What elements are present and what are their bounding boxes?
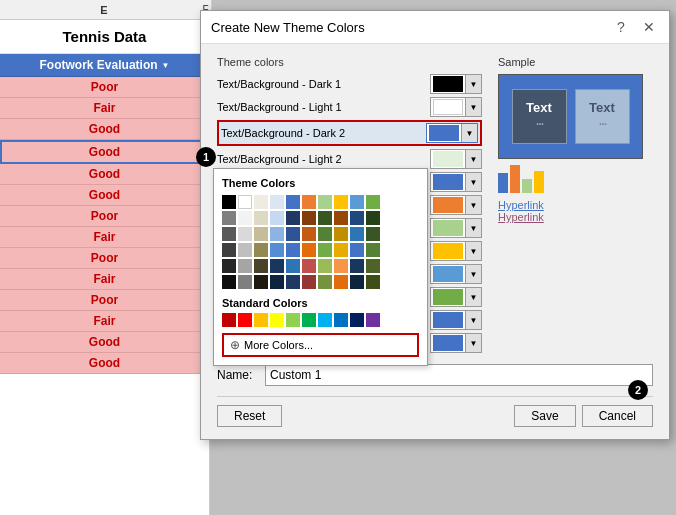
color-cell[interactable] <box>334 227 348 241</box>
color-cell[interactable] <box>350 275 364 289</box>
color-cell[interactable] <box>286 259 300 273</box>
list-item[interactable]: Good <box>0 353 209 374</box>
std-color-cell[interactable] <box>350 313 364 327</box>
color-cell[interactable] <box>350 195 364 209</box>
color-cell[interactable] <box>366 211 380 225</box>
color-cell[interactable] <box>270 275 284 289</box>
list-item[interactable]: Fair <box>0 269 209 290</box>
light1-dropdown-btn[interactable]: ▼ <box>465 98 481 116</box>
color-cell[interactable] <box>334 259 348 273</box>
std-color-cell[interactable] <box>334 313 348 327</box>
color-cell[interactable] <box>286 195 300 209</box>
std-color-cell[interactable] <box>254 313 268 327</box>
accent3-dropdown[interactable]: ▼ <box>430 218 482 238</box>
color-cell[interactable] <box>254 275 268 289</box>
accent5-btn[interactable]: ▼ <box>465 265 481 283</box>
list-item[interactable]: Good <box>0 332 209 353</box>
std-color-cell[interactable] <box>222 313 236 327</box>
accent5-dropdown[interactable]: ▼ <box>430 264 482 284</box>
list-item[interactable]: Poor <box>0 206 209 227</box>
cancel-button[interactable]: Cancel <box>582 405 653 427</box>
color-cell[interactable] <box>270 211 284 225</box>
color-cell[interactable] <box>302 227 316 241</box>
color-cell[interactable] <box>350 259 364 273</box>
std-color-cell[interactable] <box>238 313 252 327</box>
color-cell[interactable] <box>222 195 236 209</box>
light2-dropdown[interactable]: ▼ <box>430 149 482 169</box>
dark2-dropdown-btn[interactable]: ▼ <box>461 124 477 142</box>
color-cell[interactable] <box>350 211 364 225</box>
color-cell[interactable] <box>222 275 236 289</box>
accent6-btn[interactable]: ▼ <box>465 288 481 306</box>
color-cell[interactable] <box>222 243 236 257</box>
color-cell[interactable] <box>254 259 268 273</box>
std-color-cell[interactable] <box>318 313 332 327</box>
color-cell[interactable] <box>366 275 380 289</box>
std-color-cell[interactable] <box>270 313 284 327</box>
color-cell[interactable] <box>254 211 268 225</box>
light1-dropdown[interactable]: ▼ <box>430 97 482 117</box>
color-cell[interactable] <box>350 243 364 257</box>
list-item[interactable]: Good <box>0 140 209 164</box>
color-cell[interactable] <box>286 227 300 241</box>
dark2-dropdown[interactable]: ▼ <box>426 123 478 143</box>
color-cell[interactable] <box>238 259 252 273</box>
accent6-dropdown[interactable]: ▼ <box>430 287 482 307</box>
help-icon[interactable]: ? <box>611 17 631 37</box>
followed-hyperlink-dropdown[interactable]: ▼ <box>430 333 482 353</box>
color-cell[interactable] <box>238 195 252 209</box>
color-cell[interactable] <box>318 211 332 225</box>
accent1-btn[interactable]: ▼ <box>465 173 481 191</box>
color-cell[interactable] <box>222 259 236 273</box>
accent4-btn[interactable]: ▼ <box>465 242 481 260</box>
list-item[interactable]: Fair <box>0 227 209 248</box>
list-item[interactable]: Poor <box>0 290 209 311</box>
color-cell[interactable] <box>366 259 380 273</box>
color-cell[interactable] <box>254 195 268 209</box>
name-input[interactable] <box>265 364 653 386</box>
color-cell[interactable] <box>318 227 332 241</box>
color-cell[interactable] <box>270 227 284 241</box>
list-item[interactable]: Fair <box>0 311 209 332</box>
color-cell[interactable] <box>302 243 316 257</box>
list-item[interactable]: Poor <box>0 77 209 98</box>
color-cell[interactable] <box>366 195 380 209</box>
accent3-btn[interactable]: ▼ <box>465 219 481 237</box>
reset-button[interactable]: Reset <box>217 405 282 427</box>
std-color-cell[interactable] <box>366 313 380 327</box>
color-cell[interactable] <box>238 227 252 241</box>
color-cell[interactable] <box>286 211 300 225</box>
std-color-cell[interactable] <box>286 313 300 327</box>
color-cell[interactable] <box>222 211 236 225</box>
accent2-dropdown[interactable]: ▼ <box>430 195 482 215</box>
color-cell[interactable] <box>238 211 252 225</box>
color-cell[interactable] <box>286 243 300 257</box>
color-cell[interactable] <box>350 227 364 241</box>
color-cell[interactable] <box>270 195 284 209</box>
column-dropdown-arrow[interactable]: ▼ <box>162 61 170 70</box>
hyperlink-dropdown[interactable]: ▼ <box>430 310 482 330</box>
color-cell[interactable] <box>366 243 380 257</box>
list-item[interactable]: Fair <box>0 98 209 119</box>
followed-hyperlink-btn[interactable]: ▼ <box>465 334 481 352</box>
color-cell[interactable] <box>222 227 236 241</box>
color-cell[interactable] <box>302 275 316 289</box>
color-cell[interactable] <box>238 275 252 289</box>
color-cell[interactable] <box>302 211 316 225</box>
color-cell[interactable] <box>302 195 316 209</box>
color-cell[interactable] <box>302 259 316 273</box>
save-button[interactable]: Save <box>514 405 575 427</box>
list-item[interactable]: Good <box>0 164 209 185</box>
color-cell[interactable] <box>366 227 380 241</box>
color-cell[interactable] <box>334 275 348 289</box>
color-cell[interactable] <box>318 243 332 257</box>
color-cell[interactable] <box>334 243 348 257</box>
color-cell[interactable] <box>254 243 268 257</box>
std-color-cell[interactable] <box>302 313 316 327</box>
more-colors-button[interactable]: ⊕ More Colors... <box>222 333 419 357</box>
accent1-dropdown[interactable]: ▼ <box>430 172 482 192</box>
list-item[interactable]: Good <box>0 119 209 140</box>
color-cell[interactable] <box>318 195 332 209</box>
light2-dropdown-btn[interactable]: ▼ <box>465 150 481 168</box>
color-cell[interactable] <box>270 259 284 273</box>
